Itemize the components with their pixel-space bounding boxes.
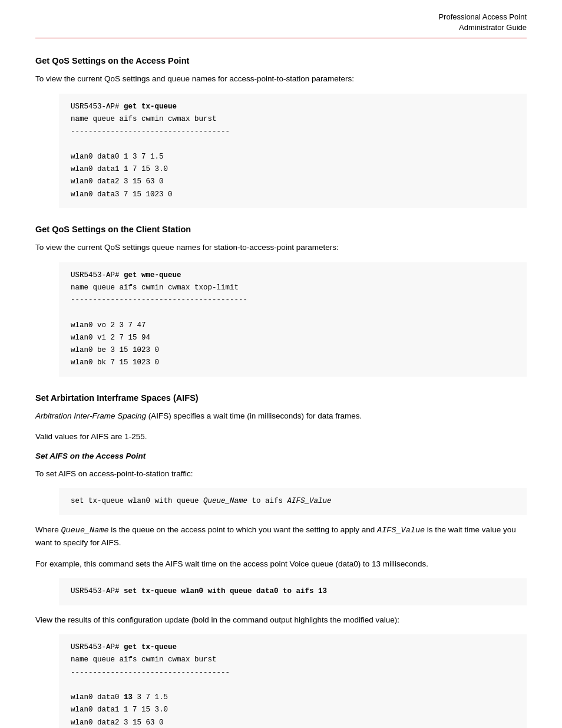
section-body-where: Where Queue_Name is the queue on the acc… [35,523,527,549]
code-separator-1: ------------------------------------ [71,126,515,138]
section-heading-qos-cs: Get QoS Settings on the Client Station [35,225,527,234]
aifs-desc-italic: Arbitration Inter-Frame Spacing [35,411,146,420]
code-row-2-4: wlan0 bk 7 15 1023 0 [71,357,515,369]
section-body-traffic-intro: To set AIFS on access-point-to-station t… [35,467,527,480]
sub-heading-set-aifs-ap: Set AIFS on the Access Point [35,452,527,460]
code-result-row-1: wlan0 data0 13 3 7 1.5 [71,691,515,704]
code-result-separator: ------------------------------------ [71,667,515,679]
page-container: Professional Access Point Administrator … [0,0,562,728]
section-heading-aifs: Set Arbirtation Interframe Spaces (AIFS) [35,393,527,403]
code-separator-2: ---------------------------------------- [71,294,515,307]
section-qos-client-station: Get QoS Settings on the Client Station T… [35,225,527,377]
code-header-2: name queue aifs cwmin cwmax txop-limit [71,282,515,294]
code-row-1-1: wlan0 data0 1 3 7 1.5 [71,151,515,163]
code-row-2-3: wlan0 be 3 15 1023 0 [71,344,515,357]
section-body-valid-values: Valid values for AIFS are 1-255. [35,430,527,443]
code-set-syntax: set tx-queue wlan0 with queue Queue_Name… [59,488,527,515]
code-result-header: name queue aifs cwmin cwmax burst [71,654,515,666]
code-result-command: USR5453-AP# get tx-queue [71,641,515,654]
code-get-tx-queue-result: USR5453-AP# get tx-queue name queue aifs… [59,634,527,728]
page-header: Professional Access Point Administrator … [35,12,527,38]
code-syntax-text: set tx-queue wlan0 with queue Queue_Name… [71,497,332,505]
section-body-example-text: For example, this command sets the AIFS … [35,558,527,571]
section-set-aifs: Set Arbirtation Interframe Spaces (AIFS)… [35,393,527,728]
code-example-command: USR5453-AP# set tx-queue wlan0 with queu… [59,578,527,605]
code-row-2-2: wlan0 vi 2 7 15 94 [71,332,515,344]
header-title: Professional Access Point Administrator … [438,12,527,33]
code-row-blank-1 [71,139,515,151]
code-result-blank [71,679,515,691]
code-get-wme-queue: USR5453-AP# get wme-queue name queue aif… [59,262,527,377]
aifs-desc-rest: (AIFS) specifies a wait time (in millise… [146,411,362,420]
code-row-1-2: wlan0 data1 1 7 15 3.0 [71,163,515,176]
code-command-1: USR5453-AP# get tx-queue [71,101,515,113]
where-queue-name: Queue_Name [61,526,109,535]
section-intro-qos-ap: To view the current QoS settings and que… [35,73,527,85]
code-result-row-2: wlan0 data1 1 7 15 3.0 [71,704,515,716]
section-qos-access-point: Get QoS Settings on the Access Point To … [35,56,527,208]
header-line2: Administrator Guide [459,23,527,32]
section-intro-qos-cs: To view the current QoS settings queue n… [35,241,527,254]
where-aifs-value: AIFS_Value [377,526,425,535]
section-heading-qos-ap: Get QoS Settings on the Access Point [35,56,527,65]
section-body-aifs-desc: Arbitration Inter-Frame Spacing (AIFS) s… [35,410,527,423]
code-get-tx-queue-1: USR5453-AP# get tx-queue name queue aifs… [59,94,527,208]
header-line1: Professional Access Point [438,12,527,21]
code-result-row-3: wlan0 data2 3 15 63 0 [71,717,515,728]
code-row-blank-2 [71,307,515,319]
code-header-1: name queue aifs cwmin cwmax burst [71,113,515,126]
code-row-1-4: wlan0 data3 7 15 1023 0 [71,189,515,201]
section-body-view-results: View the results of this configuration u… [35,614,527,627]
code-command-2: USR5453-AP# get wme-queue [71,269,515,282]
code-row-1-3: wlan0 data2 3 15 63 0 [71,176,515,188]
code-row-2-1: wlan0 vo 2 3 7 47 [71,319,515,332]
